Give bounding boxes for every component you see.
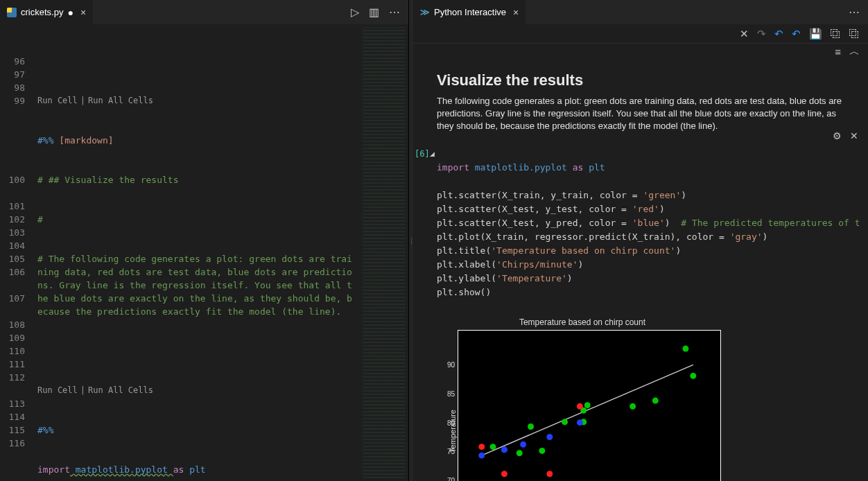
svg-point-14: [630, 403, 636, 409]
undo-all-icon[interactable]: ↶: [792, 28, 801, 40]
svg-point-21: [546, 471, 553, 477]
collapse-icon[interactable]: ︿: [849, 45, 860, 58]
codelens-run[interactable]: Run Cell|Run All Cells: [37, 94, 357, 107]
svg-point-10: [562, 419, 568, 425]
interactive-tabbar: ≫ Python Interactive × ⋯: [413, 0, 868, 24]
svg-line-5: [482, 365, 693, 455]
editor-tab-crickets[interactable]: crickets.py ● ×: [0, 0, 93, 24]
interactive-pane: ≫ Python Interactive × ⋯ ✕ ↷ ↶ ↶ 💾 ⿻ ⿻ ≡…: [413, 0, 868, 481]
interactive-toolbar: ✕ ↷ ↶ ↶ 💾 ⿻ ⿻: [413, 24, 868, 44]
svg-text:85: 85: [447, 390, 455, 397]
svg-point-17: [690, 372, 696, 378]
more-actions-icon[interactable]: ⋯: [389, 6, 400, 19]
editor-tab-actions: ▷ ▥ ⋯: [351, 6, 408, 19]
save-icon[interactable]: 💾: [809, 28, 822, 40]
split-editor-icon[interactable]: ▥: [369, 6, 379, 19]
execution-count: [6]: [415, 149, 430, 159]
svg-point-9: [539, 448, 545, 454]
svg-text:70: 70: [447, 477, 455, 481]
cell-settings-icon[interactable]: ⚙: [833, 130, 842, 141]
svg-point-12: [584, 402, 591, 408]
undo-icon[interactable]: ↶: [774, 28, 783, 40]
svg-point-28: [577, 419, 583, 426]
plot-svg: [458, 331, 720, 481]
editor-body[interactable]: 96 97 98 99 100 101 102 103 104 105 106 …: [0, 24, 408, 481]
plot-title: Temperature based on chirp count: [437, 317, 728, 327]
plot-canvas: [458, 330, 721, 481]
plot-output: Temperature based on chirp count Tempera…: [437, 317, 728, 481]
svg-point-7: [517, 450, 523, 456]
copy-icon[interactable]: ⿻: [831, 28, 841, 40]
svg-point-26: [520, 441, 526, 447]
svg-point-6: [490, 444, 496, 450]
collapse-cell-icon[interactable]: ◢: [430, 150, 435, 157]
interactive-toolbar-2: ≡ ︿: [413, 44, 868, 59]
run-cell-icon[interactable]: ▷: [351, 6, 359, 19]
svg-point-16: [682, 345, 688, 351]
cell-close-icon[interactable]: ✕: [850, 130, 858, 141]
code-area[interactable]: Run Cell|Run All Cells #%% [markdown] # …: [37, 24, 360, 481]
codelens-run[interactable]: Run Cell|Run All Cells: [37, 384, 357, 397]
svg-point-29: [501, 446, 507, 453]
minimap[interactable]: [360, 24, 408, 481]
settings-icon[interactable]: ≡: [835, 46, 841, 58]
svg-point-22: [577, 403, 583, 409]
svg-point-18: [501, 471, 507, 477]
redo-icon[interactable]: ↷: [757, 28, 766, 40]
cell-code-block: import matplotlib.pyplot as plt plt.scat…: [437, 147, 861, 313]
interactive-body[interactable]: Visualize the results The following code…: [413, 59, 868, 481]
line-gutter: 96 97 98 99 100 101 102 103 104 105 106 …: [0, 24, 37, 481]
dirty-indicator-icon: ●: [67, 8, 73, 17]
plot-yticks: 7075808590: [437, 327, 458, 481]
svg-point-15: [652, 397, 659, 403]
plot-ylabel: Temperature: [449, 410, 457, 453]
output-text: The following code generates a plot: gre…: [413, 95, 868, 147]
editor-tabbar: crickets.py ● × ▷ ▥ ⋯: [0, 0, 408, 24]
svg-point-25: [478, 452, 485, 458]
interactive-tab-title: Python Interactive: [434, 7, 506, 17]
svg-point-27: [546, 434, 553, 440]
interactive-tab[interactable]: ≫ Python Interactive ×: [413, 0, 526, 24]
repl-icon: ≫: [420, 7, 430, 17]
tab-filename: crickets.py: [21, 7, 63, 17]
copy-all-icon[interactable]: ⿻: [849, 28, 860, 40]
editor-pane: crickets.py ● × ▷ ▥ ⋯ 96 97 98 99 100 10…: [0, 0, 409, 481]
more-actions-icon[interactable]: ⋯: [849, 6, 860, 19]
svg-point-8: [528, 423, 534, 430]
output-heading: Visualize the results: [413, 71, 868, 95]
close-icon[interactable]: ✕: [740, 28, 749, 40]
code-cell: ⚙ ✕ [6] ◢ import matplotlib.pyplot as pl…: [413, 147, 868, 313]
svg-text:90: 90: [447, 360, 455, 368]
svg-point-19: [478, 444, 485, 450]
python-icon: [7, 8, 17, 17]
close-tab-icon[interactable]: ×: [78, 7, 86, 18]
close-tab-icon[interactable]: ×: [510, 7, 519, 18]
